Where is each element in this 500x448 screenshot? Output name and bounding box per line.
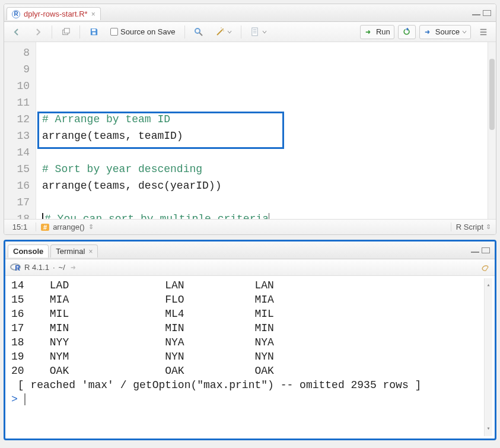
r-file-icon: R [12, 10, 20, 18]
code-line[interactable]: # Arrange by team ID [42, 111, 488, 128]
updown-icon: ⇕ [88, 223, 94, 231]
console-tab[interactable]: Console [8, 244, 49, 258]
chevron-down-icon [227, 27, 232, 37]
chevron-down-icon [462, 27, 467, 37]
code-line[interactable]: arrange(teams, teamID) [42, 128, 488, 144]
checkbox-icon [110, 28, 118, 36]
console-row: 15 MIA FLO MIA [11, 293, 484, 307]
console-tabstrip: Console Terminal × [5, 242, 495, 259]
run-label: Run [376, 27, 390, 36]
editor-window-controls [472, 10, 491, 16]
code-line[interactable] [42, 94, 488, 111]
rerun-button[interactable] [398, 25, 416, 39]
code-line[interactable]: # You can sort by multiple criteria [42, 211, 488, 219]
wand-icon [215, 27, 225, 37]
terminal-tab-label: Terminal [56, 247, 85, 256]
code-content[interactable]: # Arrange by team IDarrange(teams, teamI… [36, 42, 488, 219]
arrow-left-icon [12, 27, 21, 37]
svg-line-5 [199, 33, 202, 36]
console-row: 14 LAD LAN LAN [11, 278, 484, 293]
terminal-tab[interactable]: Terminal × [50, 244, 98, 258]
code-tools-button[interactable] [211, 25, 236, 39]
source-editor-panel: R dplyr-rows-start.R* × [4, 4, 496, 235]
line-number-gutter: 89101112131415161718 [4, 42, 36, 219]
breadcrumb-label: arrange() [53, 223, 84, 231]
editor-statusbar: 15:1 # arrange() ⇕ R Script ⇕ [4, 219, 496, 234]
console-output[interactable]: 14 LAD LAN LAN15 MIA FLO MIA16 MIL ML4 M… [5, 276, 495, 439]
scrollbar-thumb[interactable] [489, 59, 495, 130]
maximize-icon[interactable] [483, 10, 491, 16]
rerun-icon [402, 27, 412, 37]
scroll-up-icon[interactable]: ▴ [485, 278, 492, 293]
filetype-selector[interactable]: R Script ⇕ [451, 223, 496, 231]
console-row: 18 NYY NYA NYA [11, 335, 484, 349]
outline-button[interactable] [474, 25, 492, 39]
console-row: 17 MIN MIN MIN [11, 321, 484, 335]
source-on-save-toggle[interactable]: Source on Save [106, 25, 180, 39]
console-scrollbar[interactable]: ▴ ▾ [484, 278, 492, 436]
minimize-icon[interactable] [471, 252, 479, 253]
console-row: 19 NYM NYN NYN [11, 349, 484, 364]
scope-breadcrumb[interactable]: # arrange() ⇕ [36, 223, 98, 231]
source-label: Source [435, 27, 460, 36]
console-row: 16 MIL ML4 MIL [11, 307, 484, 321]
filetype-label: R Script [456, 223, 483, 231]
section-icon: # [41, 224, 49, 231]
line-number: 12 [4, 111, 30, 128]
editor-scrollbar[interactable] [488, 42, 496, 219]
console-panel: Console Terminal × R R 4.1.1 · ~/ [4, 240, 496, 440]
run-icon [364, 27, 374, 37]
goto-wd-icon[interactable] [69, 263, 78, 272]
r-logo-icon: R [10, 263, 21, 272]
close-tab-icon[interactable]: × [91, 10, 95, 18]
editor-tab-filename: dplyr-rows-start.R* [24, 9, 88, 18]
cursor-position: 15:1 [4, 223, 36, 231]
editor-file-tab[interactable]: R dplyr-rows-start.R* × [7, 7, 101, 20]
svg-point-4 [195, 28, 200, 33]
r-version: R 4.1.1 [24, 263, 49, 272]
code-editor[interactable]: 89101112131415161718 # Arrange by team I… [4, 42, 496, 219]
updown-icon: ⇕ [486, 223, 491, 231]
clear-console-icon[interactable] [480, 263, 490, 272]
run-button[interactable]: Run [360, 25, 394, 39]
svg-rect-3 [92, 32, 95, 34]
working-dir[interactable]: ~/ [59, 263, 65, 272]
svg-rect-2 [91, 29, 95, 31]
forward-button[interactable] [29, 25, 47, 39]
svg-point-7 [222, 28, 224, 30]
show-in-new-window-button[interactable] [57, 25, 75, 39]
compile-report-button[interactable] [246, 25, 271, 39]
line-number: 17 [4, 194, 30, 211]
editor-tabstrip: R dplyr-rows-start.R* × [4, 4, 496, 22]
scroll-down-icon[interactable]: ▾ [485, 422, 492, 436]
code-line[interactable] [42, 144, 488, 161]
back-button[interactable] [8, 25, 26, 39]
line-number: 15 [4, 161, 30, 177]
code-line[interactable]: # Sort by year descending [42, 161, 488, 177]
source-button[interactable]: Source [419, 25, 471, 39]
minimize-icon[interactable] [472, 14, 480, 15]
find-button[interactable] [190, 25, 208, 39]
console-toolbar: R R 4.1.1 · ~/ [5, 259, 495, 276]
line-number: 9 [4, 61, 30, 78]
line-number: 13 [4, 128, 30, 144]
code-line[interactable] [42, 194, 488, 211]
arrow-right-icon [33, 27, 43, 37]
notebook-icon [250, 27, 260, 37]
search-icon [194, 27, 203, 37]
source-on-save-label: Source on Save [120, 27, 176, 36]
line-number: 16 [4, 177, 30, 194]
svg-rect-1 [64, 28, 69, 33]
console-prompt[interactable]: > [11, 393, 24, 405]
popout-icon [61, 27, 71, 37]
line-number: 14 [4, 144, 30, 161]
svg-point-8 [221, 27, 221, 28]
close-tab-icon[interactable]: × [88, 247, 93, 256]
line-number: 11 [4, 94, 30, 111]
save-button[interactable] [85, 25, 103, 39]
line-number: 8 [4, 45, 30, 61]
console-row: 20 OAK OAK OAK [11, 364, 484, 378]
console-window-controls [471, 247, 490, 253]
maximize-icon[interactable] [482, 247, 490, 253]
code-line[interactable]: arrange(teams, desc(yearID)) [42, 177, 488, 194]
